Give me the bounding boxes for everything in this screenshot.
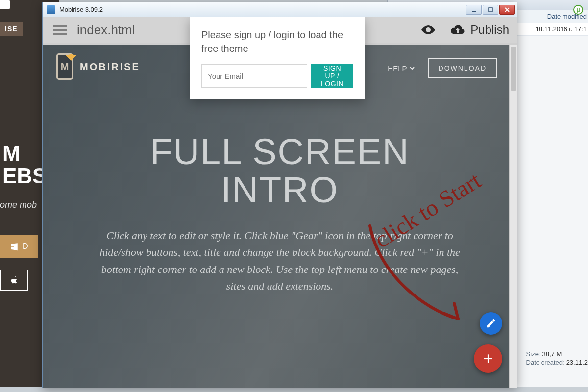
browser-address-fragment: se.com	[0, 0, 10, 9]
brand-name: MOBIRISE	[80, 61, 140, 73]
publish-button[interactable]: Publish	[450, 23, 509, 37]
site-logo[interactable]: M MOBIRISE	[56, 53, 140, 80]
scroll-thumb[interactable]	[511, 47, 516, 91]
hamburger-menu-icon[interactable]	[50, 23, 70, 38]
logo-phone-icon: M	[56, 53, 73, 80]
popup-message: Please sign up / login to load the free …	[201, 28, 353, 55]
plus-icon	[482, 352, 494, 365]
hero-description[interactable]: Click any text to edit or style it. Clic…	[67, 227, 492, 294]
window-titlebar[interactable]: Mobirise 3.09.2	[43, 2, 517, 17]
nav-help-link[interactable]: HELP	[388, 64, 415, 73]
explorer-details-pane: Size:38,7 M Date created:23.11.2	[526, 349, 588, 367]
cloud-upload-icon	[450, 24, 466, 36]
chevron-down-icon	[409, 65, 415, 71]
vertical-scrollbar[interactable]	[509, 45, 517, 388]
signup-login-button[interactable]: SIGN UP / LOGIN	[311, 64, 353, 88]
utorrent-tray-icon[interactable]: μ	[573, 5, 583, 15]
add-block-fab[interactable]	[474, 344, 502, 373]
svg-rect-1	[489, 8, 492, 12]
bg-download-button[interactable]: D	[0, 235, 38, 258]
current-filename[interactable]: index.html	[77, 23, 135, 38]
close-button[interactable]	[499, 5, 515, 15]
maximize-button[interactable]	[483, 5, 498, 15]
nav-download-button[interactable]: DOWNLOAD	[428, 58, 497, 78]
hero-title[interactable]: FULL SCREEN INTRO	[67, 133, 492, 209]
editor-area: index.html Publish	[43, 17, 517, 388]
window-title: Mobirise 3.09.2	[59, 6, 466, 13]
hero-block[interactable]: FULL SCREEN INTRO Click any text to edit…	[67, 133, 492, 294]
signup-popup: Please sign up / login to load the free …	[190, 17, 365, 99]
pencil-icon	[486, 318, 496, 329]
app-icon	[47, 5, 55, 14]
email-input[interactable]	[201, 64, 307, 88]
bg-hero-subtext: ome mob	[0, 200, 37, 210]
windows-icon	[10, 242, 19, 251]
site-nav: HELP DOWNLOAD	[388, 58, 497, 78]
apple-icon	[10, 275, 19, 285]
bg-brand-badge: ISE	[0, 22, 23, 36]
bg-hero-text: M EBS	[2, 142, 47, 187]
edit-block-fab[interactable]	[480, 312, 502, 335]
minimize-button[interactable]	[466, 5, 482, 15]
preview-icon[interactable]	[420, 24, 436, 35]
bg-apple-button[interactable]	[0, 270, 28, 291]
mobirise-app-window: Mobirise 3.09.2 index.html	[42, 2, 517, 388]
